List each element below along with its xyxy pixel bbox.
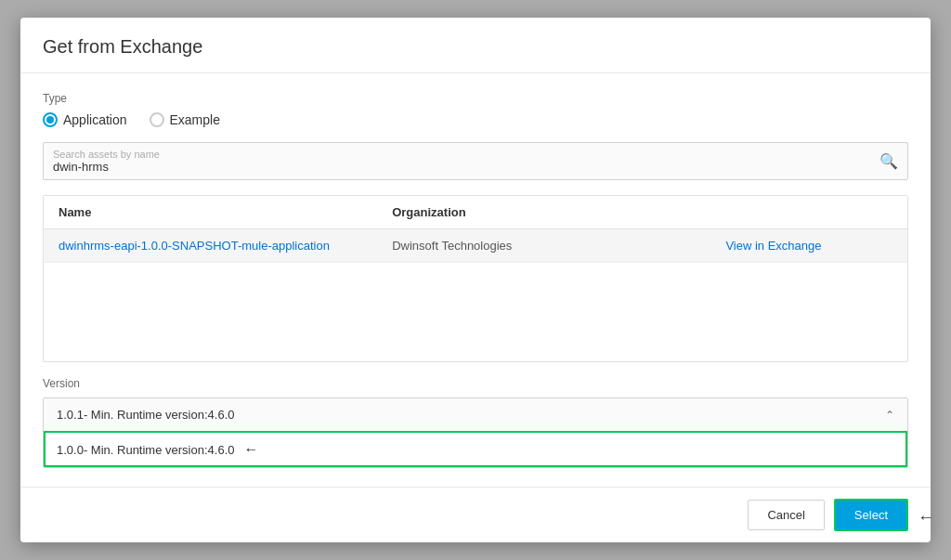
dialog-title: Get from Exchange bbox=[43, 36, 908, 58]
radio-example-circle bbox=[150, 112, 164, 127]
view-exchange-link[interactable]: View in Exchange bbox=[725, 239, 821, 253]
radio-application[interactable]: Application bbox=[43, 112, 127, 127]
table-header-name: Name bbox=[59, 205, 392, 219]
search-input-wrapper[interactable]: Search assets by name dwin-hrms 🔍 bbox=[43, 142, 908, 180]
search-icon[interactable]: 🔍 bbox=[879, 152, 898, 170]
radio-application-label: Application bbox=[63, 112, 127, 127]
select-arrow-icon: ← bbox=[918, 508, 934, 527]
dialog-body: Type Application Example Search as bbox=[20, 73, 931, 487]
radio-group: Application Example bbox=[43, 112, 908, 127]
table-cell-action: View in Exchange bbox=[725, 239, 892, 253]
dialog-overlay: Get from Exchange Type Application Examp… bbox=[0, 0, 951, 560]
dialog-footer: Cancel Select ← bbox=[20, 487, 931, 542]
results-table: Name Organization dwinhrms-eapi-1.0.0-SN… bbox=[43, 195, 908, 362]
search-placeholder: Search assets by name bbox=[53, 149, 879, 160]
table-cell-name: dwinhrms-eapi-1.0.0-SNAPSHOT-mule-applic… bbox=[59, 239, 392, 253]
radio-example[interactable]: Example bbox=[150, 112, 220, 127]
type-label: Type bbox=[43, 92, 908, 105]
version-section: Version 1.0.1- Min. Runtime version:4.6.… bbox=[43, 377, 908, 468]
chevron-up-icon: ⌃ bbox=[885, 409, 894, 422]
search-value: dwin-hrms bbox=[53, 160, 879, 174]
type-section: Type Application Example bbox=[43, 92, 908, 127]
arrow-indicator-icon: ← bbox=[243, 441, 258, 458]
table-cell-org: Dwinsoft Technologies bbox=[392, 239, 725, 253]
radio-application-circle bbox=[43, 112, 58, 127]
dialog-header: Get from Exchange bbox=[20, 18, 931, 73]
table-header: Name Organization bbox=[44, 196, 907, 229]
version-selected-item[interactable]: 1.0.1- Min. Runtime version:4.6.0 ⌃ bbox=[44, 398, 907, 431]
table-header-action bbox=[725, 205, 892, 219]
search-inner: Search assets by name dwin-hrms bbox=[53, 149, 879, 174]
dialog: Get from Exchange Type Application Examp… bbox=[20, 18, 931, 542]
version-dropdown: 1.0.1- Min. Runtime version:4.6.0 ⌃ 1.0.… bbox=[43, 397, 908, 468]
radio-example-label: Example bbox=[170, 112, 220, 127]
version-option-text: 1.0.0- Min. Runtime version:4.6.0 bbox=[57, 443, 234, 457]
select-button-wrapper: Select ← bbox=[834, 499, 908, 531]
table-row[interactable]: dwinhrms-eapi-1.0.0-SNAPSHOT-mule-applic… bbox=[44, 229, 907, 263]
table-header-org: Organization bbox=[392, 205, 725, 219]
version-option-item[interactable]: 1.0.0- Min. Runtime version:4.6.0 ← bbox=[44, 431, 907, 467]
search-container: Search assets by name dwin-hrms 🔍 bbox=[43, 142, 908, 180]
version-label: Version bbox=[43, 377, 908, 390]
select-button[interactable]: Select bbox=[834, 499, 908, 531]
cancel-button[interactable]: Cancel bbox=[748, 500, 824, 530]
version-selected-text: 1.0.1- Min. Runtime version:4.6.0 bbox=[57, 408, 234, 422]
